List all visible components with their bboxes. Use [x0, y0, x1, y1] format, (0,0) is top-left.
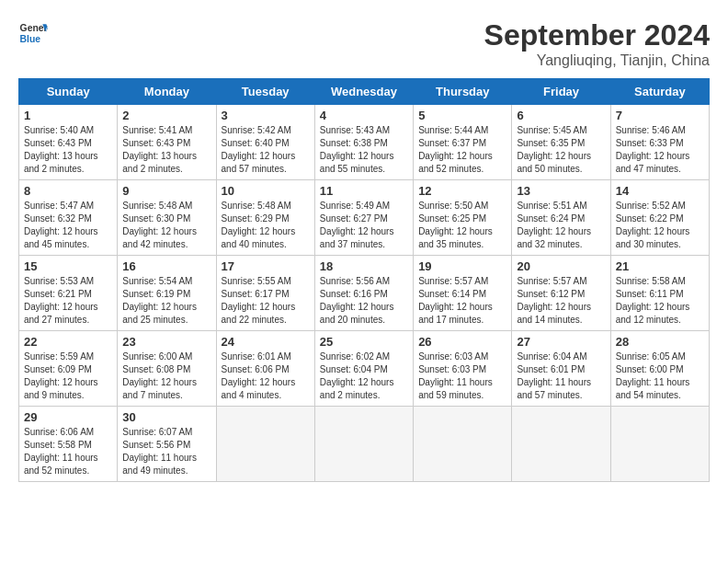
day-info: Sunrise: 5:59 AM Sunset: 6:09 PM Dayligh…	[24, 350, 112, 402]
day-info: Sunrise: 5:58 AM Sunset: 6:11 PM Dayligh…	[616, 275, 704, 327]
day-info: Sunrise: 6:03 AM Sunset: 6:03 PM Dayligh…	[418, 350, 506, 402]
day-info: Sunrise: 5:53 AM Sunset: 6:21 PM Dayligh…	[24, 275, 112, 327]
day-number: 14	[616, 184, 704, 198]
calendar-cell: 13 Sunrise: 5:51 AM Sunset: 6:24 PM Dayl…	[512, 180, 610, 256]
calendar-cell	[216, 407, 314, 482]
day-info: Sunrise: 5:45 AM Sunset: 6:35 PM Dayligh…	[517, 124, 605, 176]
calendar-cell: 24 Sunrise: 6:01 AM Sunset: 6:06 PM Dayl…	[216, 331, 314, 407]
day-number: 2	[122, 109, 210, 122]
day-info: Sunrise: 5:42 AM Sunset: 6:40 PM Dayligh…	[222, 124, 310, 176]
day-info: Sunrise: 5:47 AM Sunset: 6:32 PM Dayligh…	[24, 200, 112, 251]
day-number: 12	[418, 184, 506, 198]
day-number: 8	[24, 184, 112, 198]
calendar-cell: 10 Sunrise: 5:48 AM Sunset: 6:29 PM Dayl…	[216, 180, 314, 256]
day-number: 1	[24, 109, 112, 122]
calendar-cell: 30 Sunrise: 6:07 AM Sunset: 5:56 PM Dayl…	[118, 407, 216, 482]
day-info: Sunrise: 5:55 AM Sunset: 6:17 PM Dayligh…	[222, 275, 310, 327]
calendar-cell	[414, 407, 512, 482]
day-info: Sunrise: 5:46 AM Sunset: 6:33 PM Dayligh…	[616, 124, 704, 176]
calendar-cell: 14 Sunrise: 5:52 AM Sunset: 6:22 PM Dayl…	[610, 180, 709, 256]
day-number: 26	[418, 335, 506, 349]
day-info: Sunrise: 6:00 AM Sunset: 6:08 PM Dayligh…	[122, 350, 210, 402]
day-info: Sunrise: 5:40 AM Sunset: 6:43 PM Dayligh…	[24, 124, 112, 176]
calendar-cell: 22 Sunrise: 5:59 AM Sunset: 6:09 PM Dayl…	[19, 331, 118, 407]
logo-icon: General Blue	[18, 18, 48, 48]
calendar-cell: 17 Sunrise: 5:55 AM Sunset: 6:17 PM Dayl…	[216, 256, 314, 331]
calendar-cell: 29 Sunrise: 6:06 AM Sunset: 5:58 PM Dayl…	[19, 407, 118, 482]
day-number: 4	[320, 109, 408, 122]
calendar-cell	[314, 407, 413, 482]
day-info: Sunrise: 6:01 AM Sunset: 6:06 PM Dayligh…	[222, 350, 310, 402]
calendar-table: SundayMondayTuesdayWednesdayThursdayFrid…	[18, 78, 710, 482]
svg-text:Blue: Blue	[20, 34, 41, 44]
calendar-cell: 7 Sunrise: 5:46 AM Sunset: 6:33 PM Dayli…	[610, 105, 709, 180]
calendar-cell: 9 Sunrise: 5:48 AM Sunset: 6:30 PM Dayli…	[118, 180, 216, 256]
calendar-cell: 4 Sunrise: 5:43 AM Sunset: 6:38 PM Dayli…	[314, 105, 413, 180]
day-info: Sunrise: 5:54 AM Sunset: 6:19 PM Dayligh…	[122, 275, 210, 327]
day-number: 16	[122, 259, 210, 273]
calendar-cell: 12 Sunrise: 5:50 AM Sunset: 6:25 PM Dayl…	[414, 180, 512, 256]
calendar-cell: 23 Sunrise: 6:00 AM Sunset: 6:08 PM Dayl…	[118, 331, 216, 407]
day-number: 21	[616, 259, 704, 273]
day-of-week-header: Saturday	[610, 79, 709, 105]
day-of-week-header: Tuesday	[216, 79, 314, 105]
day-number: 5	[418, 109, 506, 122]
day-number: 7	[616, 109, 704, 122]
calendar-cell: 18 Sunrise: 5:56 AM Sunset: 6:16 PM Dayl…	[314, 256, 413, 331]
month-title: September 2024	[484, 18, 710, 52]
day-of-week-header: Friday	[512, 79, 610, 105]
day-info: Sunrise: 6:06 AM Sunset: 5:58 PM Dayligh…	[24, 426, 112, 477]
day-info: Sunrise: 5:50 AM Sunset: 6:25 PM Dayligh…	[418, 200, 506, 251]
day-of-week-header: Thursday	[414, 79, 512, 105]
calendar-cell: 3 Sunrise: 5:42 AM Sunset: 6:40 PM Dayli…	[216, 105, 314, 180]
calendar-cell: 25 Sunrise: 6:02 AM Sunset: 6:04 PM Dayl…	[314, 331, 413, 407]
calendar-cell: 8 Sunrise: 5:47 AM Sunset: 6:32 PM Dayli…	[19, 180, 118, 256]
calendar-cell: 1 Sunrise: 5:40 AM Sunset: 6:43 PM Dayli…	[19, 105, 118, 180]
calendar-cell: 5 Sunrise: 5:44 AM Sunset: 6:37 PM Dayli…	[414, 105, 512, 180]
day-number: 6	[517, 109, 605, 122]
calendar-cell: 26 Sunrise: 6:03 AM Sunset: 6:03 PM Dayl…	[414, 331, 512, 407]
calendar-cell: 20 Sunrise: 5:57 AM Sunset: 6:12 PM Dayl…	[512, 256, 610, 331]
day-number: 18	[320, 259, 408, 273]
calendar-cell	[610, 407, 709, 482]
day-info: Sunrise: 5:41 AM Sunset: 6:43 PM Dayligh…	[122, 124, 210, 176]
day-of-week-header: Sunday	[19, 79, 118, 105]
day-info: Sunrise: 5:48 AM Sunset: 6:30 PM Dayligh…	[122, 200, 210, 251]
calendar-cell: 2 Sunrise: 5:41 AM Sunset: 6:43 PM Dayli…	[118, 105, 216, 180]
day-info: Sunrise: 5:57 AM Sunset: 6:12 PM Dayligh…	[517, 275, 605, 327]
day-info: Sunrise: 6:02 AM Sunset: 6:04 PM Dayligh…	[320, 350, 408, 402]
day-number: 22	[24, 335, 112, 349]
day-info: Sunrise: 5:48 AM Sunset: 6:29 PM Dayligh…	[222, 200, 310, 251]
day-number: 20	[517, 259, 605, 273]
location: Yangliuqing, Tianjin, China	[484, 52, 710, 69]
calendar-cell: 21 Sunrise: 5:58 AM Sunset: 6:11 PM Dayl…	[610, 256, 709, 331]
day-number: 29	[24, 410, 112, 424]
logo: General Blue	[18, 18, 48, 48]
calendar-cell	[512, 407, 610, 482]
day-info: Sunrise: 5:51 AM Sunset: 6:24 PM Dayligh…	[517, 200, 605, 251]
day-of-week-header: Wednesday	[314, 79, 413, 105]
day-number: 15	[24, 259, 112, 273]
calendar-cell: 15 Sunrise: 5:53 AM Sunset: 6:21 PM Dayl…	[19, 256, 118, 331]
calendar-cell: 19 Sunrise: 5:57 AM Sunset: 6:14 PM Dayl…	[414, 256, 512, 331]
day-number: 3	[222, 109, 310, 122]
day-number: 23	[122, 335, 210, 349]
day-number: 25	[320, 335, 408, 349]
day-info: Sunrise: 5:56 AM Sunset: 6:16 PM Dayligh…	[320, 275, 408, 327]
calendar-cell: 16 Sunrise: 5:54 AM Sunset: 6:19 PM Dayl…	[118, 256, 216, 331]
page-header: General Blue September 2024 Yangliuqing,…	[18, 18, 710, 69]
day-info: Sunrise: 6:05 AM Sunset: 6:00 PM Dayligh…	[616, 350, 704, 402]
day-number: 24	[222, 335, 310, 349]
day-info: Sunrise: 5:52 AM Sunset: 6:22 PM Dayligh…	[616, 200, 704, 251]
day-number: 30	[122, 410, 210, 424]
calendar-cell: 28 Sunrise: 6:05 AM Sunset: 6:00 PM Dayl…	[610, 331, 709, 407]
calendar-cell: 27 Sunrise: 6:04 AM Sunset: 6:01 PM Dayl…	[512, 331, 610, 407]
calendar-cell: 6 Sunrise: 5:45 AM Sunset: 6:35 PM Dayli…	[512, 105, 610, 180]
day-number: 19	[418, 259, 506, 273]
day-number: 28	[616, 335, 704, 349]
day-info: Sunrise: 5:57 AM Sunset: 6:14 PM Dayligh…	[418, 275, 506, 327]
day-info: Sunrise: 5:44 AM Sunset: 6:37 PM Dayligh…	[418, 124, 506, 176]
day-number: 17	[222, 259, 310, 273]
day-info: Sunrise: 6:04 AM Sunset: 6:01 PM Dayligh…	[517, 350, 605, 402]
day-info: Sunrise: 5:43 AM Sunset: 6:38 PM Dayligh…	[320, 124, 408, 176]
